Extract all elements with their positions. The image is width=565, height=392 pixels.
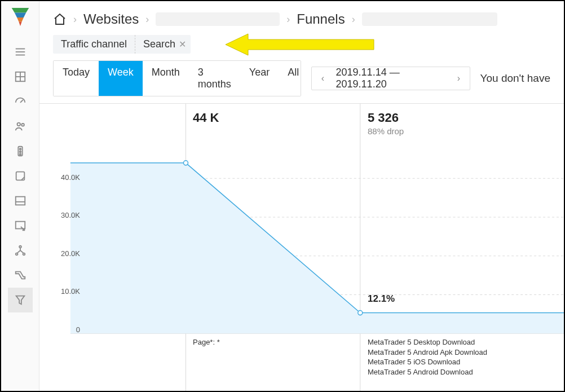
y-tick: 0	[52, 325, 80, 334]
svg-rect-14	[15, 197, 25, 205]
stage-2-page-1: MetaTrader 5 Android Apk Download	[368, 347, 487, 358]
filter-chip-label: Traffic channel	[53, 35, 135, 54]
stage-2-pages: MetaTrader 5 Desktop Download MetaTrader…	[368, 337, 487, 377]
period-tabs: Today Week Month 3 months Year All	[53, 60, 301, 96]
tab-3months[interactable]: 3 months	[189, 61, 240, 96]
svg-line-6	[20, 100, 23, 103]
svg-point-10	[19, 148, 21, 150]
svg-marker-20	[226, 34, 374, 55]
traffic-icon[interactable]	[8, 139, 33, 164]
date-range-text: 2019.11.14 — 2019.11.20	[330, 67, 452, 90]
svg-point-12	[19, 153, 21, 155]
filter-chip[interactable]: Traffic channel Search ✕	[53, 35, 191, 54]
svg-point-18	[15, 253, 17, 256]
click-icon[interactable]	[8, 213, 33, 238]
y-tick: 20.0K	[52, 249, 80, 258]
svg-point-29	[358, 310, 363, 315]
stage-1-header: 44 K	[193, 111, 219, 125]
svg-point-19	[23, 253, 25, 256]
stage-2-value: 5 326	[368, 111, 404, 125]
svg-point-7	[17, 123, 20, 126]
chevron-right-icon: ›	[145, 14, 149, 25]
period-row: Today Week Month 3 months Year All ‹ 201…	[39, 60, 564, 101]
chevron-left-icon[interactable]: ‹	[315, 73, 330, 83]
app-logo-icon	[11, 7, 30, 28]
stage-2-header: 5 326 88% drop	[368, 111, 404, 136]
svg-point-11	[19, 151, 21, 153]
svg-point-28	[183, 161, 188, 165]
filter-row: Traffic channel Search ✕	[39, 33, 564, 60]
close-icon[interactable]: ✕	[179, 39, 186, 50]
chevron-right-icon: ›	[352, 14, 355, 25]
filter-chip-text: Search	[143, 38, 175, 50]
filter-icon[interactable]	[8, 288, 33, 312]
sidebar	[1, 1, 39, 391]
dashboard-icon[interactable]	[8, 64, 33, 89]
main-content: › Websites › › Funnels › Traffic channel…	[39, 1, 564, 391]
breadcrumb-site-redacted	[156, 12, 280, 26]
arrow-callout-icon	[226, 33, 375, 56]
y-tick: 40.0K	[52, 173, 80, 182]
stage-2-page-0: MetaTrader 5 Desktop Download	[368, 337, 487, 347]
stage-2-pct: 12.1%	[368, 293, 395, 305]
filter-chip-value: Search ✕	[135, 35, 191, 54]
breadcrumb-websites[interactable]: Websites	[83, 11, 139, 27]
chevron-right-icon: ›	[286, 14, 290, 25]
chevron-right-icon[interactable]: ›	[451, 73, 466, 83]
branch-icon[interactable]	[8, 238, 33, 263]
svg-point-17	[19, 246, 21, 248]
stage-2-page-3: MetaTrader 5 Android Download	[368, 367, 487, 377]
breadcrumb-funnels[interactable]: Funnels	[297, 11, 345, 27]
chevron-right-icon: ›	[73, 14, 77, 25]
tab-today[interactable]: Today	[54, 61, 99, 96]
funnel-nav-icon[interactable]	[8, 263, 33, 288]
tab-year[interactable]: Year	[240, 61, 279, 96]
svg-rect-16	[15, 222, 25, 229]
breadcrumb: › Websites › › Funnels ›	[39, 1, 564, 33]
stage-2-page-2: MetaTrader 5 iOS Download	[368, 357, 487, 367]
stage-2-drop: 88% drop	[368, 126, 404, 136]
note-icon[interactable]	[8, 164, 33, 188]
menu-icon[interactable]	[8, 39, 33, 64]
tab-month[interactable]: Month	[143, 61, 189, 96]
date-range-picker[interactable]: ‹ 2019.11.14 — 2019.11.20 ›	[311, 67, 470, 90]
users-icon[interactable]	[8, 114, 33, 139]
tab-all[interactable]: All	[279, 61, 301, 96]
breadcrumb-funnel-redacted	[362, 12, 497, 26]
layout-icon[interactable]	[8, 188, 33, 213]
tab-week[interactable]: Week	[99, 61, 143, 96]
stage-1-value: 44 K	[193, 111, 219, 125]
home-icon[interactable]	[53, 12, 67, 26]
svg-point-8	[21, 124, 24, 126]
y-tick: 10.0K	[52, 287, 80, 296]
stage-1-page: Page*: *	[193, 337, 220, 347]
right-message: You don't have	[480, 72, 550, 85]
y-tick: 30.0K	[52, 211, 80, 219]
funnel-chart: 40.0K 30.0K 20.0K 10.0K 0 44 K 5 326 88%…	[39, 103, 564, 391]
gauge-icon[interactable]	[8, 89, 33, 114]
